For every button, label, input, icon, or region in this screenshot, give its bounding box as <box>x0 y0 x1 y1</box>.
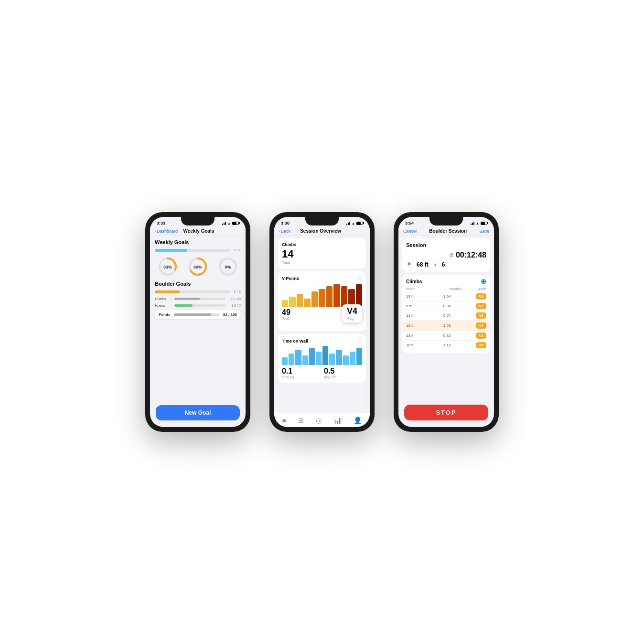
timer-row: ⏱ 00:12:48 <box>406 251 486 259</box>
time-avg-stat: 0.5 Avg. (m) <box>324 367 362 379</box>
vpoints-stats-row: 49 Total V4 Avg. <box>282 308 362 327</box>
stop-button[interactable]: STOP <box>404 405 488 420</box>
tbar-10 <box>343 355 349 365</box>
tbar-4 <box>302 355 308 365</box>
tab-list-icon[interactable]: ≡ <box>282 417 286 424</box>
back-chevron-1: ‹ <box>155 229 156 234</box>
vpoints-total-label: Total <box>282 317 290 320</box>
nav-cancel-3[interactable]: Cancel <box>403 229 417 234</box>
bar-7 <box>326 286 333 307</box>
climb-duration-4: 1:03 <box>418 323 476 328</box>
tbar-11 <box>350 352 355 365</box>
boulder-goals-title: Boulder Goals <box>155 281 241 287</box>
climb-height-5: 13 ft <box>406 333 418 338</box>
tbar-12 <box>356 348 362 365</box>
circle-3: 0% <box>215 256 241 277</box>
climbs-count: 6 <box>442 261 445 268</box>
points-bar-fill <box>174 313 211 316</box>
bar-8 <box>333 284 340 307</box>
nav-title-2: Session Overview <box>300 228 341 234</box>
vpoints-bar-chart <box>282 283 362 307</box>
tbar-5 <box>309 348 315 365</box>
sub-row-label-climbs: Climbs <box>155 297 172 301</box>
phones-container: 3:33 ▲ ‹ Dashboard Weekly Goals <box>145 212 499 432</box>
bar-3 <box>297 294 303 307</box>
boulder-progress-bar-fill <box>155 290 180 293</box>
tbar-9 <box>336 350 342 365</box>
circle-svg-3: 0% <box>217 256 238 277</box>
tab-record-icon[interactable]: ◎ <box>316 417 322 424</box>
climb-row-1: 13 ft 1:04 V2 <box>406 292 486 301</box>
circle-2: 66% <box>185 256 211 277</box>
boulder-progress-label: 1 / 3 <box>233 290 241 294</box>
grade-badge-4: V4 <box>476 322 486 329</box>
tab-bar-2: ≡ ⊞ ◎ 📊 👤 <box>274 413 370 427</box>
climb-duration-3: 0:57 <box>418 313 476 318</box>
grade-badge-2: V2 <box>476 303 486 309</box>
points-label: Points <box>159 312 170 317</box>
session-title: Session <box>406 242 486 248</box>
person-icon: ✦ <box>433 262 437 268</box>
sub-row-label-hours: Hours <box>155 303 172 308</box>
battery-icon-2 <box>356 222 363 225</box>
climb-height-1: 13 ft <box>406 294 418 299</box>
nav-save-3[interactable]: Save <box>479 229 489 234</box>
circle-1: 33% <box>155 256 181 277</box>
circle-svg-1: 33% <box>157 256 178 277</box>
time-stats-row: 0.1 Total (h) 0.5 Avg. (m) <box>282 367 362 379</box>
grade-badge-5: V3 <box>476 333 486 339</box>
vpoints-total-stat: 49 Total <box>282 308 290 320</box>
tab-chart-icon[interactable]: 📊 <box>333 417 342 424</box>
weekly-progress-row: 3 / 7 <box>155 248 241 252</box>
phone-2-screen: 3:30 ▲ ‹ Back Session Overview <box>274 217 370 427</box>
time-avg-label: Avg. (m) <box>324 376 362 379</box>
wifi-icon-3: ▲ <box>476 222 479 225</box>
weekly-goals-title: Weekly Goals <box>155 239 241 245</box>
status-time-1: 3:33 <box>157 221 165 225</box>
climbs-total-label: Total <box>282 260 362 265</box>
battery-icon-1 <box>232 222 239 225</box>
boulder-progress-row: 1 / 3 <box>155 290 241 294</box>
vpoints-title: V-Points <box>282 276 299 281</box>
col-height: height <box>406 287 439 290</box>
nav-bar-2: ‹ Back Session Overview <box>274 227 370 236</box>
time-title: Time on Wall <box>282 339 308 343</box>
circles-row: 33% 66% 0% <box>155 256 241 277</box>
col-duration: duration <box>439 287 472 290</box>
weekly-progress-label: 3 / 7 <box>233 248 241 252</box>
bar-4 <box>304 299 310 307</box>
screen-content-1: Weekly Goals 3 / 7 33% <box>150 236 246 423</box>
sub-rows: Climbs 25 / 50 Hours 1.8 / 5 <box>155 297 241 308</box>
bar-1 <box>282 300 288 307</box>
climb-duration-2: 0:34 <box>418 304 476 308</box>
status-time-3: 3:54 <box>405 221 414 225</box>
hours-value: 1.8 / 5 <box>227 304 241 307</box>
climbs-section: Climbs 14 Total <box>278 238 366 268</box>
nav-back-2[interactable]: ‹ Back <box>279 229 290 234</box>
tab-grid-icon[interactable]: ⊞ <box>298 417 304 424</box>
climbs-list-title-label: Climbs <box>406 279 422 284</box>
tab-person-icon[interactable]: 👤 <box>354 417 362 424</box>
climb-row-6: 10 ft 1:12 V5 <box>406 341 486 350</box>
grade-badge-6: V5 <box>476 342 486 348</box>
nav-bar-1: ‹ Dashboard Weekly Goals <box>150 227 246 236</box>
climb-row-5: 13 ft 0:32 V3 <box>406 331 486 341</box>
status-time-2: 3:30 <box>281 221 290 225</box>
status-icons-1: ▲ <box>222 221 239 225</box>
new-goal-button[interactable]: New Goal <box>156 405 240 420</box>
climb-height-2: 9 ft <box>406 304 418 308</box>
location-icon: 📍 <box>406 262 412 268</box>
sub-row-climbs: Climbs 25 / 50 <box>155 297 241 301</box>
session-stats: 📍 68 ft ✦ 6 <box>406 261 486 268</box>
boulder-progress-bar-container <box>155 290 230 293</box>
climb-height-6: 10 ft <box>406 343 418 347</box>
tbar-7 <box>322 346 328 365</box>
add-climb-button[interactable]: ⊕ <box>481 278 486 285</box>
nav-back-label-2: Back <box>281 229 290 234</box>
notch-3 <box>429 217 463 225</box>
info-icon-vpoints: ⓘ <box>358 275 362 281</box>
climb-row-3: 11 ft 0:57 V3 <box>406 311 486 321</box>
grade-badge-1: V2 <box>476 293 486 300</box>
nav-back-1[interactable]: ‹ Dashboard <box>155 229 178 234</box>
notch-2 <box>305 217 339 225</box>
